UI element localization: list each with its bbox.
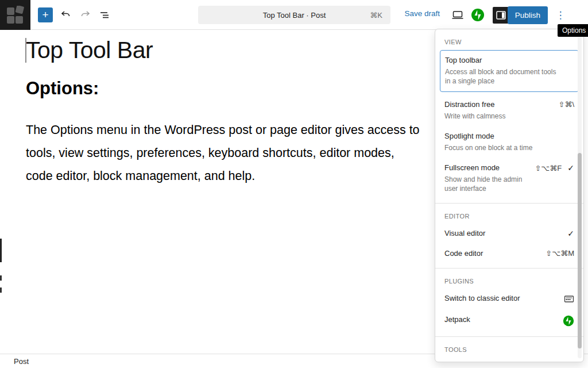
- site-icon-button[interactable]: [0, 0, 30, 30]
- shortcut-label: ⇧⌥⌘M: [546, 249, 574, 258]
- menu-item-fullscreen-mode[interactable]: Fullscreen mode Show and hide the admin …: [435, 158, 583, 198]
- screen-edge-artifact: [0, 239, 2, 262]
- breadcrumb-post[interactable]: Post: [14, 357, 29, 366]
- sidebar-panel-icon: [493, 7, 509, 24]
- text-cursor: [25, 38, 26, 63]
- settings-sidebar-toggle[interactable]: [493, 7, 509, 24]
- redo-icon: [79, 8, 95, 22]
- menu-item-distraction-free[interactable]: Distraction free Write with calmness ⇧⌘\: [435, 94, 583, 126]
- save-draft-button[interactable]: Save draft: [404, 9, 440, 18]
- menu-section-title: PLUGINS: [435, 271, 583, 288]
- menu-section-tools: TOOLS Keyboard shortcuts ^⌥H Copy all bl…: [435, 337, 583, 362]
- screen-edge-artifact: [0, 275, 2, 281]
- block-inserter-button[interactable]: +: [38, 7, 53, 22]
- menu-item-switch-classic-editor[interactable]: Switch to classic editor: [435, 288, 583, 309]
- command-palette-shortcut: ⌘K: [370, 11, 382, 20]
- menu-section-view: VIEW Top toolbar Access all block and do…: [435, 29, 583, 204]
- menu-item-top-toolbar[interactable]: Top toolbar Access all block and documen…: [440, 50, 579, 92]
- classic-editor-icon: [564, 294, 574, 304]
- document-overview-button[interactable]: [98, 7, 114, 23]
- options-menu-button[interactable]: ⋮: [552, 7, 568, 23]
- document-title: Top Tool Bar · Post: [263, 11, 326, 20]
- laptop-preview-icon: [450, 7, 465, 22]
- screen-edge-artifact: [0, 288, 2, 293]
- menu-section-title: TOOLS: [435, 339, 583, 356]
- jetpack-toolbar-button[interactable]: [471, 8, 485, 22]
- check-icon: ✓: [567, 229, 574, 238]
- menu-section-editor: EDITOR Visual editor ✓ Code editor ⇧⌥⌘M: [435, 204, 583, 269]
- menu-item-spotlight-mode[interactable]: Spotlight mode Focus on one block at a t…: [435, 126, 583, 158]
- paragraph-block[interactable]: The Options menu in the WordPress post o…: [26, 118, 422, 187]
- undo-icon: [59, 8, 75, 22]
- menu-item-visual-editor[interactable]: Visual editor ✓: [435, 223, 583, 243]
- undo-button[interactable]: [59, 7, 75, 23]
- menu-scrollbar-thumb[interactable]: [578, 153, 582, 348]
- options-dropdown-menu: VIEW Top toolbar Access all block and do…: [435, 29, 584, 362]
- ellipsis-icon: ⋮: [556, 13, 566, 18]
- menu-section-plugins: PLUGINS Switch to classic editor Jetpack: [435, 269, 583, 337]
- jetpack-icon: [563, 315, 574, 327]
- document-title-bar[interactable]: Top Tool Bar · Post ⌘K: [198, 6, 390, 24]
- shortcut-label: ⇧⌥⌘F: [535, 164, 562, 172]
- menu-item-jetpack[interactable]: Jetpack: [435, 309, 583, 332]
- menu-section-title: EDITOR: [435, 206, 583, 223]
- jetpack-icon: [471, 8, 485, 22]
- check-icon: ✓: [567, 163, 574, 172]
- shortcut-label: ⇧⌘\: [558, 100, 574, 109]
- preview-button[interactable]: [450, 7, 465, 22]
- options-tooltip: Options: [558, 24, 588, 37]
- publish-button[interactable]: Publish: [508, 6, 548, 24]
- menu-item-code-editor[interactable]: Code editor ⇧⌥⌘M: [435, 243, 583, 263]
- menu-item-keyboard-shortcuts[interactable]: Keyboard shortcuts ^⌥H: [435, 356, 583, 362]
- redo-button[interactable]: [79, 7, 95, 23]
- list-view-icon: [98, 8, 114, 22]
- editor-top-bar: + Top Tool Bar · Post ⌘K S: [0, 0, 588, 30]
